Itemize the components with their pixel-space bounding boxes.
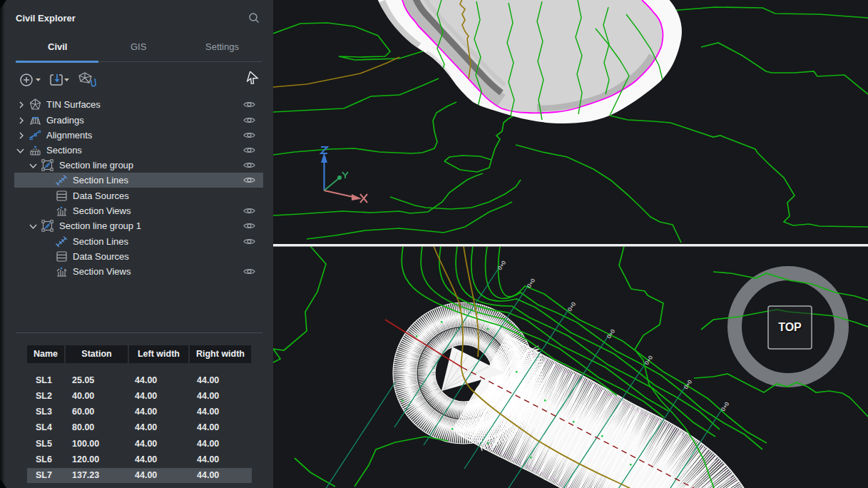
svg-text:TOP: TOP <box>778 321 802 333</box>
